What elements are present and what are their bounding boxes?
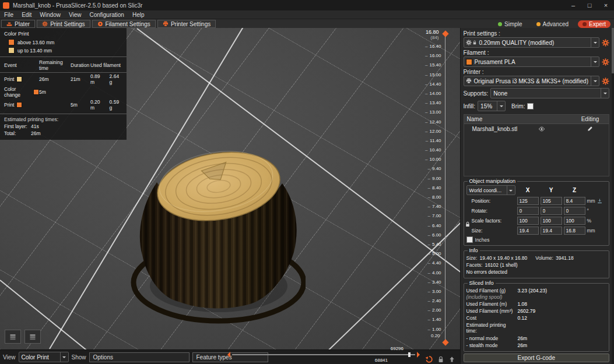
- scale-label: Scale factors:: [466, 218, 515, 224]
- layer-tick: –1.00: [428, 327, 441, 332]
- scale-x-input[interactable]: [517, 217, 539, 225]
- size-z-input[interactable]: [564, 227, 585, 235]
- eye-icon[interactable]: [538, 126, 546, 132]
- size-info-value: 19.40 x 19.40 x 16.80: [479, 255, 527, 261]
- layer-slider[interactable]: 16.80 (84) –16.40 –16.00 –15.40 –15.00 –…: [419, 29, 450, 346]
- layer-tick: –2.40: [428, 299, 441, 303]
- layer-tick: –10.40: [425, 148, 441, 153]
- coordinates-select[interactable]: World coordinates: [466, 185, 515, 195]
- options-button[interactable]: Options: [89, 352, 190, 362]
- menu-item[interactable]: File: [0, 12, 17, 18]
- size-y-input[interactable]: [541, 227, 562, 235]
- lock-icon[interactable]: [437, 356, 444, 363]
- gcode-move-slider[interactable]: 69296 68841: [227, 346, 420, 363]
- color-swatch: [8, 39, 15, 45]
- layer-tick: –3.00: [428, 289, 441, 294]
- show-label: Show: [72, 354, 86, 361]
- position-y-input[interactable]: [541, 197, 562, 205]
- view-layers-button[interactable]: [24, 330, 41, 344]
- undo-icon[interactable]: [425, 355, 433, 363]
- edit-icon[interactable]: [587, 126, 593, 132]
- tab-printer-settings[interactable]: Printer Settings: [157, 20, 216, 28]
- gcode-slider-track[interactable]: [232, 354, 415, 355]
- scale-y-input[interactable]: [541, 217, 562, 225]
- mode-expert-button[interactable]: Expert: [578, 20, 611, 28]
- inches-checkbox[interactable]: [466, 236, 473, 243]
- scale-z-input[interactable]: [564, 217, 585, 225]
- layer-slider-lower-handle[interactable]: [442, 339, 448, 345]
- filament-gear-icon[interactable]: [602, 58, 609, 66]
- rotate-y-input[interactable]: [541, 207, 562, 215]
- brim-checkbox[interactable]: [527, 103, 534, 109]
- filament-color-swatch: [466, 59, 472, 65]
- rotate-z-input[interactable]: [564, 207, 585, 215]
- layer-tick: –11.40: [426, 139, 441, 143]
- menu-item[interactable]: Window: [36, 12, 65, 18]
- slider-left-arrow-icon[interactable]: [227, 352, 230, 358]
- divider: [0, 114, 127, 114]
- estimated-times-title: Estimated printing times:: [0, 116, 127, 123]
- legend-table-header: Event Remaining time Duration Used filam…: [0, 59, 127, 73]
- object-list: Name Editing Marshall_knob.stl: [464, 114, 609, 176]
- simple-dot-icon: [498, 22, 502, 26]
- printer-gear-icon[interactable]: [602, 77, 609, 85]
- layer-slider-upper-handle[interactable]: [442, 30, 448, 37]
- tab-filament-settings[interactable]: Filament Settings: [92, 20, 156, 28]
- chevron-down-icon: [601, 89, 609, 98]
- menu-item[interactable]: View: [65, 12, 86, 18]
- model-marshall-knob[interactable]: [129, 147, 306, 325]
- filament-select[interactable]: Prusament PLA: [464, 56, 599, 67]
- mode-simple-button[interactable]: Simple: [493, 20, 527, 28]
- position-z-input[interactable]: [564, 197, 585, 205]
- legend-range-row: above 13.60 mm: [0, 38, 127, 46]
- export-gcode-button[interactable]: Export G-code: [464, 354, 609, 362]
- tab-label: Print Settings: [50, 21, 85, 27]
- drop-to-bed-icon[interactable]: [597, 199, 602, 204]
- menu-item[interactable]: Configuration: [85, 12, 128, 18]
- tab-plater[interactable]: Plater: [1, 20, 35, 28]
- expert-dot-icon: [583, 22, 587, 26]
- menu-item[interactable]: Help: [128, 12, 149, 18]
- rotate-label: Rotate:: [466, 208, 515, 214]
- layer-tick: –7.00: [428, 214, 441, 218]
- uniform-scale-lock-icon[interactable]: [465, 221, 471, 227]
- layer-tick: –3.40: [428, 280, 441, 285]
- print-settings-select[interactable]: 0.20mm QUALITY (modified): [464, 37, 599, 48]
- layer-tick: –8.00: [428, 195, 441, 200]
- minimize-button[interactable]: –: [565, 0, 581, 10]
- legend-table-row: Color change 5m: [0, 86, 127, 98]
- print-settings-gear-icon[interactable]: [602, 39, 609, 47]
- layer-tick: –15.00: [425, 73, 441, 77]
- rotate-x-input[interactable]: [517, 207, 539, 215]
- size-x-input[interactable]: [517, 227, 539, 235]
- layer-slider-track[interactable]: [445, 34, 445, 342]
- supports-select[interactable]: None: [490, 88, 609, 98]
- layer-tick: –1.40: [428, 317, 441, 322]
- mode-switcher: Simple Advanced Expert: [493, 20, 611, 28]
- menubar: FileEditWindowViewConfigurationHelp: [0, 10, 614, 19]
- volume-label: Volume:: [535, 255, 553, 261]
- sidebar-scrollbar[interactable]: [612, 28, 614, 364]
- maximize-button[interactable]: □: [581, 0, 598, 10]
- legend-table-row: Print 5m 0.20 m0.59 g: [0, 98, 127, 111]
- position-x-input[interactable]: [517, 197, 539, 205]
- view-mode-select[interactable]: Color Print: [19, 352, 69, 362]
- printer-select[interactable]: Original Prusa i3 MK3S & MK3S+ (modified…: [464, 76, 599, 86]
- sliced-info-row: Estimated printing time:: [466, 321, 606, 334]
- arrow-up-icon[interactable]: [448, 356, 455, 363]
- close-button[interactable]: ×: [598, 0, 614, 10]
- layer-tick: –5.00: [428, 252, 441, 256]
- view-3d-button[interactable]: [5, 330, 21, 344]
- slider-right-arrow-icon[interactable]: [417, 352, 420, 358]
- object-row[interactable]: Marshall_knob.stl: [464, 124, 609, 133]
- gcode-lower-value: 68841: [227, 358, 420, 363]
- size-label: Size:: [466, 228, 515, 234]
- menu-item[interactable]: Edit: [17, 12, 36, 18]
- mode-advanced-button[interactable]: Advanced: [532, 20, 573, 28]
- layer-tick: –13.00: [425, 110, 441, 115]
- 3d-viewport[interactable]: Color Print above 13.60 mm up to 13.40 m…: [0, 28, 460, 349]
- infill-select[interactable]: 15%: [478, 101, 506, 111]
- corner-tools: [5, 330, 41, 344]
- tab-print-settings[interactable]: Print Settings: [37, 20, 90, 28]
- sliced-info-row: - stealth mode 26m: [466, 342, 606, 349]
